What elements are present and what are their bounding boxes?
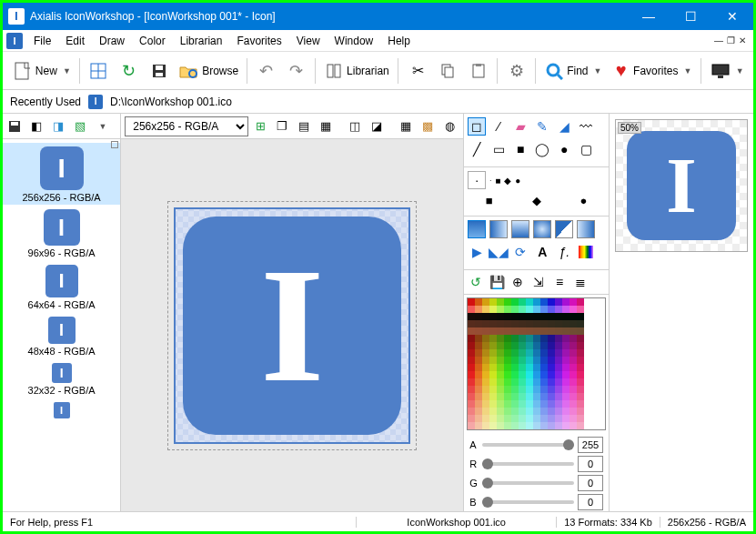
canvas[interactable]: I [174,207,410,444]
menu-window[interactable]: Window [328,33,381,49]
menu-librarian[interactable]: Librarian [173,33,230,49]
minimize-button[interactable]: ― [628,3,670,30]
maximize-button[interactable]: ☐ [670,3,711,30]
rainbow-tool[interactable] [577,243,595,261]
text-tool[interactable]: A [533,243,551,261]
format-cube2-button[interactable]: ◨ [48,116,68,136]
recent-file-path[interactable]: D:\IconWorkshop 001.ico [106,96,236,108]
alpha-value[interactable]: 255 [578,437,603,453]
grid-button[interactable]: ▦ [396,116,416,136]
mdi-restore-icon[interactable]: ❐ [727,35,735,45]
find-button[interactable]: Find ▼ [540,56,606,86]
layout-b-button[interactable]: ◪ [367,116,387,136]
menu-file[interactable]: File [26,33,58,49]
filled-ellipse-tool[interactable]: ● [555,140,573,158]
brush-tool[interactable]: 〰 [577,117,595,136]
format-image-button[interactable]: ▧ [70,116,90,136]
menu-help[interactable]: Help [380,33,418,49]
red-value[interactable]: 0 [578,456,603,472]
preview-box[interactable]: 50% I [615,119,748,252]
checker-button[interactable]: ▩ [418,116,438,136]
paste-button[interactable] [464,56,492,86]
color-palette[interactable] [464,295,609,433]
chevron-down-icon: ▼ [63,66,71,76]
mdi-close-icon[interactable]: ✕ [739,35,746,45]
format-item-96[interactable]: I96x96 - RGB/A [3,206,120,260]
canvas-area[interactable]: I [121,139,463,511]
librarian-button[interactable]: Librarian [320,56,393,86]
cut-button[interactable]: ✂ [403,56,431,86]
format-select[interactable]: 256x256 - RGB/A [125,116,248,136]
pal-add-button[interactable]: ⊕ [509,273,527,291]
brush-size-1[interactable]: · [468,171,486,189]
undo-button[interactable]: ↶ [252,56,280,86]
format-cube1-button[interactable]: ◧ [26,116,46,136]
flip-h-tool[interactable]: ▶ [468,243,486,261]
title-bar: I Axialis IconWorkshop - [IconWorkshop 0… [3,3,753,30]
pal-sort-button[interactable]: ≣ [571,273,590,291]
fx-tool[interactable]: ƒ. [555,243,573,261]
reload-button[interactable]: ↻ [115,56,143,86]
format-more-button[interactable]: ▼ [92,116,112,136]
close-button[interactable]: ✕ [711,3,753,30]
select-tool[interactable]: ◻ [468,117,486,136]
pal-swap-button[interactable]: ↺ [467,273,485,291]
green-slider[interactable] [482,481,574,485]
save-format-button[interactable] [5,116,25,136]
open-button[interactable] [85,56,113,86]
pal-list-button[interactable]: ≡ [550,273,569,291]
pal-paste-button[interactable]: ⇲ [529,273,548,291]
settings-button[interactable]: ⚙ [502,56,530,86]
filter-button[interactable]: ◍ [439,116,459,136]
layout-a-button[interactable]: ◫ [345,116,365,136]
export-format-button[interactable]: ▦ [316,116,336,136]
copy-button[interactable] [434,56,462,86]
filled-rect-tool[interactable]: ■ [511,140,529,158]
format-item-48[interactable]: I48x48 - RGB/A [3,313,120,358]
format-item-more[interactable]: I [3,398,120,420]
gradient-5[interactable] [555,220,573,238]
menu-edit[interactable]: Edit [58,33,92,49]
green-value[interactable]: 0 [578,475,603,491]
gradient-4[interactable] [533,220,551,238]
duplicate-format-button[interactable]: ❐ [272,116,292,136]
rounded-rect-tool[interactable]: ▢ [577,140,595,158]
pencil-tool[interactable]: ✎ [533,117,551,136]
pal-save-button[interactable]: 💾 [488,273,506,291]
monitor-button[interactable]: ▼ [706,56,748,86]
gradient-3[interactable] [511,220,529,238]
blue-slider[interactable] [482,500,574,504]
app-menu-icon[interactable]: I [6,33,23,49]
gradient-1[interactable] [468,220,486,238]
format-item-32[interactable]: I32x32 - RGB/A [3,359,120,398]
format-item-256[interactable]: I256x256 - RGB/A [3,143,120,205]
mdi-minimize-icon[interactable]: ― [714,35,723,45]
chevron-down-icon: ▼ [736,66,744,76]
browse-button[interactable]: Browse [175,56,242,86]
menu-view[interactable]: View [289,33,328,49]
favorites-button[interactable]: ♥ Favorites ▼ [608,56,696,86]
eraser-tool[interactable]: ▰ [511,117,529,136]
rect-tool[interactable]: ▭ [489,140,508,158]
ellipse-tool[interactable]: ◯ [533,140,551,158]
menu-draw[interactable]: Draw [92,33,132,49]
new-button[interactable]: New ▼ [8,56,75,86]
line-tool[interactable]: ╱ [468,140,486,158]
blue-value[interactable]: 0 [578,494,603,510]
rotate-tool[interactable]: ⟳ [511,243,529,261]
bucket-tool[interactable]: ◢ [555,117,573,136]
gradient-6[interactable] [577,220,595,238]
add-format-button[interactable]: ⊞ [250,116,270,136]
menu-favorites[interactable]: Favorites [229,33,288,49]
redo-button[interactable]: ↷ [282,56,310,86]
menu-color[interactable]: Color [132,33,173,49]
eyedropper-tool[interactable]: ⁄ [489,117,508,136]
format-item-64[interactable]: I64x64 - RGB/A [3,261,120,312]
red-slider[interactable] [482,462,574,466]
stack-format-button[interactable]: ▤ [294,116,314,136]
formats-list[interactable]: I256x256 - RGB/A I96x96 - RGB/A I64x64 -… [3,139,120,511]
gradient-2[interactable] [489,220,508,238]
alpha-slider[interactable] [482,443,574,447]
mirror-tool[interactable]: ◣◢ [489,243,508,261]
save-button[interactable] [145,56,173,86]
